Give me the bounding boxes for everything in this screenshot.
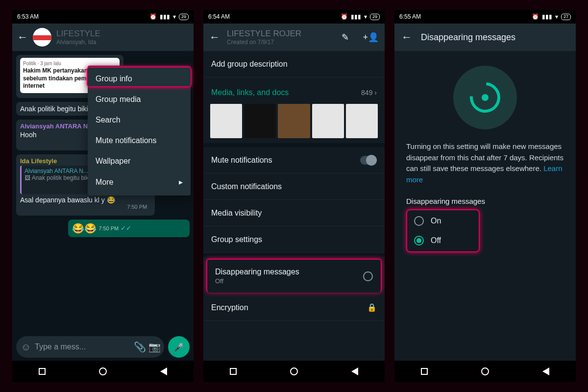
alarm-icon: ⏰: [532, 13, 539, 20]
media-thumb[interactable]: [346, 104, 378, 138]
row-label: Media visibility: [211, 209, 262, 218]
group-info-body[interactable]: Add group description Media, links, and …: [203, 51, 385, 361]
nav-bar: [394, 361, 576, 382]
message-emoji: 😂😂: [72, 222, 97, 234]
media-thumb[interactable]: [278, 104, 310, 138]
nav-back-icon[interactable]: [542, 368, 549, 375]
nav-home-icon[interactable]: [481, 368, 489, 375]
menu-group-media[interactable]: Group media: [88, 89, 191, 110]
nav-bar: [203, 361, 385, 382]
row-group-settings[interactable]: Group settings: [203, 226, 385, 253]
radio-label: Off: [431, 236, 441, 245]
message-input[interactable]: ☺ Type a mess... 📎 📷: [16, 336, 164, 358]
nav-bar: [12, 361, 194, 382]
nav-back-icon[interactable]: [160, 368, 167, 375]
row-custom-notifications[interactable]: Custom notifications: [203, 173, 385, 200]
message-text: Hooh: [20, 131, 36, 139]
dm-header: ← Disappearing messages: [394, 24, 576, 51]
mic-button[interactable]: 🎤: [168, 336, 190, 358]
back-icon[interactable]: ←: [401, 31, 412, 44]
row-label: Mute notifications: [211, 156, 272, 165]
menu-more[interactable]: More▸: [88, 172, 191, 193]
status-bar: 6:54 AM ⏰ ▮▮▮ ▾ 29: [203, 10, 385, 24]
row-mute[interactable]: Mute notifications: [203, 147, 385, 173]
phone-screen-chat: 6:53 AM ⏰ ▮▮▮ ▾ 29 ← LIFESTYLE Alviansya…: [12, 10, 194, 382]
message-time: 7:50 PM: [20, 204, 151, 213]
signal-icon: ▮▮▮: [160, 13, 170, 20]
status-bar: 6:55 AM ⏰ ▮▮▮ ▾ 27: [394, 10, 576, 24]
header-title-block: LIFESTYLE ROJER Created on 7/9/17: [227, 29, 335, 46]
group-created: Created on 7/9/17: [227, 39, 335, 46]
menu-group-info[interactable]: Group info: [88, 69, 191, 89]
nav-back-icon[interactable]: [351, 368, 358, 375]
add-member-icon[interactable]: +👤: [363, 32, 379, 43]
message-text: Asal depannya bawaslu kl y 😂: [20, 196, 115, 204]
battery-indicator: 29: [370, 14, 380, 20]
phone-screen-group-info: 6:54 AM ⏰ ▮▮▮ ▾ 29 ← LIFESTYLE ROJER Cre…: [203, 10, 385, 382]
row-encryption[interactable]: Encryption 🔒: [203, 294, 385, 321]
back-icon[interactable]: ←: [17, 31, 28, 44]
disappearing-hero-icon: [453, 66, 517, 129]
phone-screen-disappearing: 6:55 AM ⏰ ▮▮▮ ▾ 27 ← Disappearing messag…: [394, 10, 576, 382]
battery-indicator: 27: [561, 14, 571, 20]
menu-wallpaper[interactable]: Wallpaper: [88, 151, 191, 172]
menu-search[interactable]: Search: [88, 110, 191, 130]
media-count: 849: [361, 89, 372, 97]
nav-recents-icon[interactable]: [39, 368, 46, 375]
chat-body[interactable]: Politik · 3 jam lalu Hakim MK pertanyaka…: [12, 51, 194, 333]
dm-description-text: Turning on this setting will make new me…: [406, 142, 564, 172]
dm-radio-group: On Off: [406, 209, 480, 252]
nav-home-icon[interactable]: [99, 368, 107, 375]
dm-section-label: Disappearing messages: [406, 197, 564, 205]
chevron-right-icon: ▸: [179, 177, 183, 187]
status-time: 6:53 AM: [17, 13, 39, 20]
row-value: Off: [215, 277, 299, 285]
row-disappearing-messages[interactable]: Disappearing messages Off: [206, 259, 382, 293]
row-media-links-docs[interactable]: Media, links, and docs 849 ›: [203, 77, 385, 104]
row-label: Group settings: [211, 235, 262, 244]
mic-icon: 🎤: [174, 343, 184, 352]
nav-home-icon[interactable]: [290, 368, 298, 375]
wifi-icon: ▾: [364, 13, 367, 20]
overflow-menu: Group info Group media Search Mute notif…: [88, 66, 191, 196]
media-strip[interactable]: [203, 104, 385, 143]
status-time: 6:54 AM: [208, 13, 230, 20]
chat-header: ← LIFESTYLE Alviansyah, Ida: [12, 24, 194, 51]
nav-recents-icon[interactable]: [230, 368, 237, 375]
attach-icon[interactable]: 📎: [134, 341, 146, 353]
nav-recents-icon[interactable]: [421, 368, 428, 375]
radio-off[interactable]: Off: [409, 231, 477, 250]
status-time: 6:55 AM: [399, 13, 421, 20]
alarm-icon: ⏰: [149, 13, 157, 20]
message-time: 7:50 PM: [98, 225, 119, 231]
row-media-visibility[interactable]: Media visibility: [203, 200, 385, 226]
menu-mute[interactable]: Mute notifications: [88, 130, 191, 151]
media-thumb[interactable]: [244, 104, 276, 138]
row-label: Media, links, and docs: [211, 88, 289, 97]
media-thumb[interactable]: [312, 104, 344, 138]
chat-title-block[interactable]: LIFESTYLE Alviansyah, Ida: [56, 29, 189, 46]
back-icon[interactable]: ←: [209, 31, 220, 44]
edit-icon[interactable]: ✎: [342, 32, 349, 43]
status-icons: ⏰ ▮▮▮ ▾ 27: [532, 13, 571, 20]
media-thumb[interactable]: [210, 104, 242, 138]
group-avatar[interactable]: [33, 28, 51, 47]
row-label: Custom notifications: [211, 182, 282, 191]
row-label: Encryption: [211, 303, 248, 312]
signal-icon: ▮▮▮: [542, 13, 552, 20]
wifi-icon: ▾: [555, 13, 558, 20]
page-title: Disappearing messages: [421, 32, 515, 43]
mute-toggle[interactable]: [360, 156, 377, 165]
radio-on[interactable]: On: [409, 211, 477, 231]
camera-icon[interactable]: 📷: [148, 341, 160, 353]
emoji-icon[interactable]: ☺: [20, 342, 32, 353]
row-label: Disappearing messages: [215, 268, 299, 276]
alarm-icon: ⏰: [341, 13, 348, 20]
status-icons: ⏰ ▮▮▮ ▾ 29: [341, 13, 380, 20]
chat-subtitle: Alviansyah, Ida: [56, 39, 189, 46]
input-placeholder: Type a mess...: [35, 343, 131, 351]
group-info-header: ← LIFESTYLE ROJER Created on 7/9/17 ✎ +👤: [203, 24, 385, 51]
group-name: LIFESTYLE ROJER: [227, 29, 335, 39]
signal-icon: ▮▮▮: [351, 13, 361, 20]
row-add-description[interactable]: Add group description: [203, 51, 385, 77]
